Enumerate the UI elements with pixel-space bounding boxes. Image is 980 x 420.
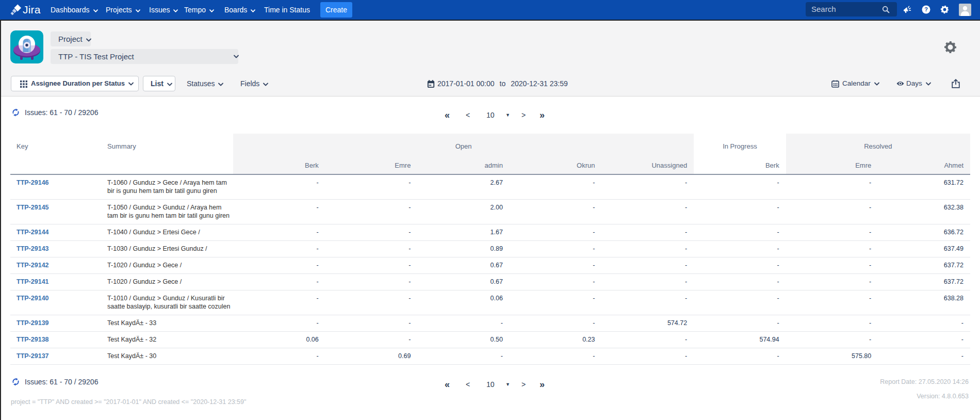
svg-text:?: ? (924, 6, 928, 12)
